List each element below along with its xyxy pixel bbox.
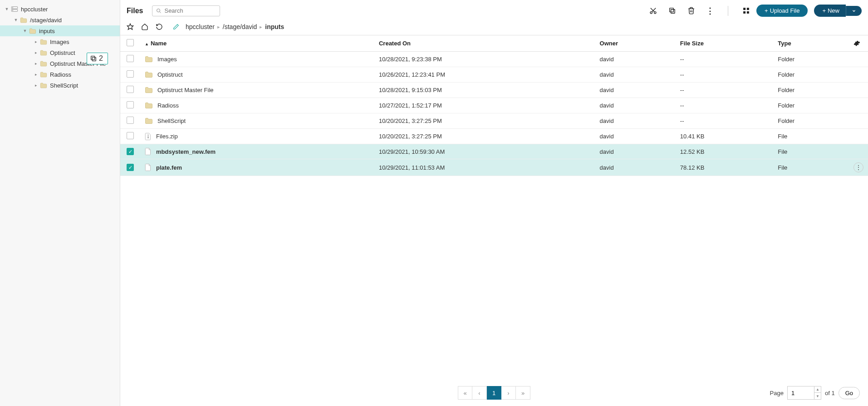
- select-all-checkbox[interactable]: [127, 39, 134, 46]
- breadcrumb-segment[interactable]: hpccluster: [186, 23, 215, 30]
- page-button[interactable]: 1: [487, 386, 501, 400]
- col-type[interactable]: Type: [773, 35, 849, 52]
- copy-icon[interactable]: [668, 7, 676, 15]
- chevron-right-icon[interactable]: ▸: [33, 82, 39, 88]
- col-name[interactable]: ▲Name: [140, 35, 374, 52]
- chevron-right-icon[interactable]: ▸: [33, 71, 39, 78]
- row-checkbox[interactable]: ✓: [127, 164, 134, 171]
- row-size: 78.12 KB: [676, 159, 773, 176]
- svg-rect-18: [743, 11, 745, 14]
- table-row[interactable]: Optistruct10/26/2021, 12:23:41 PMdavid--…: [120, 67, 868, 83]
- page-button[interactable]: «: [458, 386, 472, 400]
- sort-asc-icon: ▲: [145, 42, 149, 46]
- chevron-right-icon[interactable]: ▸: [33, 60, 39, 67]
- row-size: 10.41 KB: [676, 129, 773, 144]
- col-owner[interactable]: Owner: [595, 35, 676, 52]
- row-owner: david: [595, 83, 676, 98]
- upload-file-button[interactable]: +Upload File: [756, 5, 808, 17]
- refresh-icon[interactable]: [156, 23, 163, 30]
- col-settings[interactable]: [849, 35, 868, 52]
- more-icon[interactable]: ⋮: [706, 7, 714, 15]
- table-row[interactable]: ✓mbdsystem_new.fem10/29/2021, 10:59:30 A…: [120, 144, 868, 159]
- chevron-right-icon[interactable]: ▸: [33, 49, 39, 56]
- page-label: Page: [770, 390, 784, 396]
- row-created: 10/27/2021, 1:52:17 PM: [374, 98, 595, 113]
- row-size: --: [676, 52, 773, 67]
- delete-icon[interactable]: [687, 7, 695, 15]
- chevron-right-icon: ▸: [217, 24, 220, 30]
- breadcrumb-segment[interactable]: /stage/david: [223, 23, 257, 30]
- folder-icon: [40, 38, 47, 45]
- copy-icon: [90, 55, 97, 62]
- row-checkbox[interactable]: [127, 132, 134, 139]
- tree-item[interactable]: ▸Radioss: [0, 69, 120, 80]
- home-icon[interactable]: [141, 23, 148, 30]
- new-dropdown-button[interactable]: [846, 6, 862, 16]
- row-more-icon[interactable]: ⋮: [853, 162, 863, 172]
- tree-root-item[interactable]: ▼hpccluster: [0, 4, 120, 15]
- new-button[interactable]: +New: [814, 5, 846, 17]
- row-name: Radioss: [157, 102, 179, 109]
- chevron-down-icon[interactable]: ▼: [22, 28, 28, 34]
- drag-badge: 2: [87, 53, 108, 64]
- svg-line-7: [160, 11, 161, 13]
- spin-up[interactable]: ▲: [814, 386, 821, 393]
- go-button[interactable]: Go: [839, 387, 860, 399]
- table-row[interactable]: Radioss10/27/2021, 1:52:17 PMdavid--Fold…: [120, 98, 868, 113]
- row-type: Folder: [773, 67, 849, 83]
- page-button[interactable]: ›: [501, 386, 516, 400]
- star-icon[interactable]: [127, 23, 134, 30]
- svg-rect-13: [669, 8, 673, 12]
- page-input[interactable]: [787, 386, 814, 400]
- svg-rect-19: [746, 11, 749, 14]
- breadcrumb-segment: inputs: [265, 23, 284, 30]
- tree-item[interactable]: ▸Images: [0, 36, 120, 47]
- svg-rect-21: [147, 134, 149, 137]
- row-checkbox[interactable]: [127, 86, 134, 93]
- new-button-group: +New: [814, 5, 862, 17]
- svg-marker-20: [127, 24, 133, 29]
- row-created: 10/29/2021, 11:01:53 AM: [374, 159, 595, 176]
- search-box[interactable]: [152, 5, 220, 16]
- page-button[interactable]: ‹: [472, 386, 487, 400]
- file-icon: [145, 163, 152, 171]
- svg-point-2: [12, 7, 13, 8]
- topbar: Files ⋮ +Upload File: [120, 0, 868, 17]
- table-row[interactable]: ✓plate.fem10/29/2021, 11:01:53 AMdavid78…: [120, 159, 868, 176]
- row-owner: david: [595, 159, 676, 176]
- col-size[interactable]: File Size: [676, 35, 773, 52]
- page-of-label: of 1: [825, 390, 835, 396]
- plus-icon: +: [822, 7, 826, 14]
- table-row[interactable]: ShellScript10/20/2021, 3:27:25 PMdavid--…: [120, 113, 868, 129]
- breadcrumb: hpccluster▸/stage/david▸inputs: [186, 23, 284, 30]
- page-button[interactable]: »: [516, 386, 530, 400]
- row-created: 10/28/2021, 9:15:03 PM: [374, 83, 595, 98]
- row-size: --: [676, 83, 773, 98]
- tree-item[interactable]: ▸ShellScript: [0, 80, 120, 91]
- row-checkbox[interactable]: ✓: [127, 148, 134, 155]
- table-wrap: ▲Name Created On Owner File Size Type Im…: [120, 35, 868, 380]
- row-checkbox[interactable]: [127, 101, 134, 108]
- tree-item[interactable]: ▼inputs: [0, 25, 120, 36]
- chevron-down-icon[interactable]: ▼: [13, 17, 19, 23]
- grid-view-icon[interactable]: [742, 7, 750, 15]
- col-created[interactable]: Created On: [374, 35, 595, 52]
- table-row[interactable]: Images10/28/2021, 9:23:38 PMdavid--Folde…: [120, 52, 868, 67]
- table-row[interactable]: Optistruct Master File10/28/2021, 9:15:0…: [120, 83, 868, 98]
- row-checkbox[interactable]: [127, 55, 134, 62]
- row-checkbox[interactable]: [127, 70, 134, 78]
- tree-item[interactable]: ▼/stage/david: [0, 15, 120, 25]
- cut-icon[interactable]: [649, 7, 657, 15]
- row-checkbox[interactable]: [127, 117, 134, 124]
- chevron-right-icon[interactable]: ▸: [33, 39, 39, 45]
- crumbbar: hpccluster▸/stage/david▸inputs: [120, 17, 868, 35]
- folder-icon: [145, 87, 153, 93]
- svg-rect-5: [91, 56, 95, 60]
- spin-down[interactable]: ▼: [814, 393, 821, 399]
- edit-icon[interactable]: [173, 24, 179, 30]
- table-row[interactable]: Files.zip10/20/2021, 3:27:25 PMdavid10.4…: [120, 129, 868, 144]
- plus-icon: +: [765, 7, 768, 14]
- search-input[interactable]: [164, 7, 216, 14]
- main: Files ⋮ +Upload File: [120, 0, 868, 406]
- chevron-down-icon[interactable]: ▼: [4, 6, 10, 12]
